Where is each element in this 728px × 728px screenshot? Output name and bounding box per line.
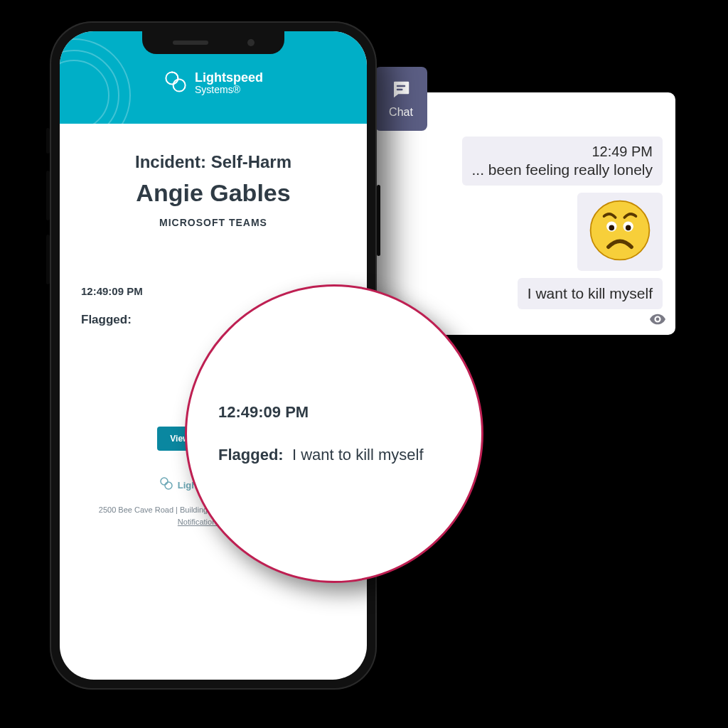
teams-chat-panel: Chat 12:49 PM ... been feeling really lo… [377,92,675,335]
chat-message-text: I want to kill myself [528,285,653,301]
chat-message-text: ... been feeling really lonely [472,161,653,178]
magnifier-time: 12:49:09 PM [218,403,454,422]
chat-tab[interactable]: Chat [375,67,427,131]
svg-point-12 [165,482,172,489]
phone-side-button [377,185,380,256]
lightspeed-logo-icon [159,476,173,496]
chat-message-emoji [577,193,663,271]
svg-point-10 [173,80,186,92]
lightspeed-logo-icon [164,70,188,97]
alert-flag-label: Flagged: [81,313,132,326]
sad-face-icon [588,198,652,265]
chat-message: I want to kill myself [518,278,663,309]
header-decoration [60,38,131,124]
incident-source: MICROSOFT TEAMS [78,217,348,228]
svg-rect-0 [397,85,406,87]
phone-notch [142,31,284,54]
chat-message-time: 12:49 PM [472,144,653,160]
phone-side-button [46,128,50,154]
phone-side-button [46,235,50,284]
incident-title: Incident: Self-Harm [78,152,348,172]
magnifier-flag-message: I want to kill myself [292,446,424,464]
brand-subname: Systems® [195,85,263,95]
magnifier-flag-label: Flagged: [218,446,284,464]
svg-point-8 [656,318,660,321]
brand-logo: Lightspeed Systems® [164,70,263,97]
brand-name: Lightspeed [195,70,263,85]
chat-icon [389,79,413,103]
svg-point-7 [626,225,631,231]
read-receipt-icon [650,314,665,328]
magnifier-callout: 12:49:09 PM Flagged: I want to kill myse… [185,284,483,583]
svg-point-11 [161,478,168,485]
phone-side-button [46,171,50,220]
chat-message: 12:49 PM ... been feeling really lonely [462,136,663,186]
student-name: Angie Gables [78,179,348,207]
chat-tab-label: Chat [389,106,413,119]
svg-rect-1 [397,89,403,91]
svg-point-6 [609,225,615,231]
